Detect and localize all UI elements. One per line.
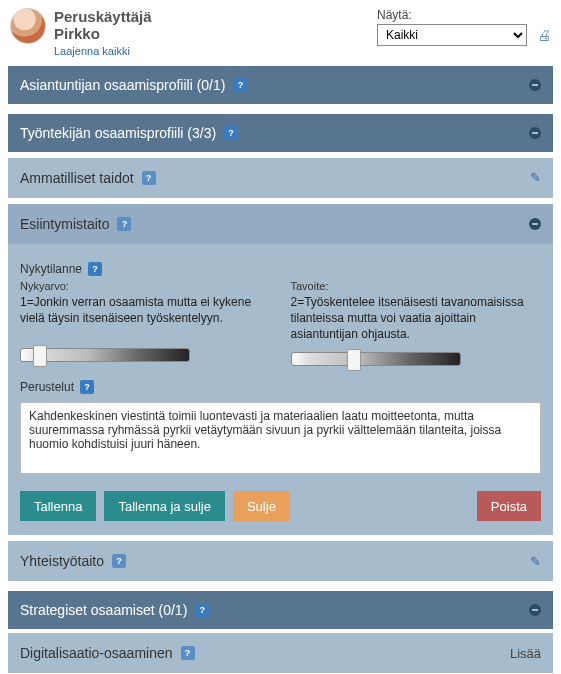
- target-slider[interactable]: [291, 352, 461, 366]
- edit-icon[interactable]: ✎: [530, 554, 541, 569]
- section-cooperation-title: Yhteistyötaito: [20, 553, 104, 569]
- collapse-icon[interactable]: [529, 79, 541, 91]
- section-strategic-title: Strategiset osaamiset (0/1): [20, 602, 187, 618]
- delete-button[interactable]: Poista: [477, 491, 541, 521]
- target-column: Tavoite: 2=Työskentelee itsenäisesti tav…: [291, 280, 542, 367]
- print-icon[interactable]: 🖨: [537, 27, 551, 43]
- filter-block: Näytä: Kaikki 🖨: [377, 8, 551, 46]
- expand-all-link[interactable]: Laajenna kaikki: [54, 45, 130, 57]
- help-icon[interactable]: ?: [224, 126, 238, 140]
- section-presentation-title: Esiintymistaito: [20, 216, 109, 232]
- edit-icon[interactable]: ✎: [530, 170, 541, 185]
- section-employee-title: Työntekijän osaamisprofiili (3/3): [20, 125, 216, 141]
- add-link[interactable]: Lisää: [510, 646, 541, 661]
- collapse-icon[interactable]: [529, 604, 541, 616]
- justification-label: Perustelut ?: [20, 380, 541, 394]
- section-prof-skills-title: Ammatilliset taidot: [20, 170, 134, 186]
- current-slider[interactable]: [20, 348, 190, 362]
- target-desc: 2=Työskentelee itsenäisesti tavanomaisis…: [291, 294, 542, 343]
- section-professional-skills[interactable]: Ammatilliset taidot ? ✎: [8, 158, 553, 198]
- section-digital[interactable]: Digitalisaatio-osaaminen ? Lisää: [8, 633, 553, 673]
- help-icon[interactable]: ?: [112, 554, 126, 568]
- help-icon[interactable]: ?: [117, 217, 131, 231]
- current-label: Nykyarvo:: [20, 280, 271, 292]
- current-column: Nykyarvo: 1=Jonkin verran osaamista mutt…: [20, 280, 271, 367]
- target-label: Tavoite:: [291, 280, 542, 292]
- slider-thumb[interactable]: [33, 345, 47, 367]
- user-name-line1: Peruskäyttäjä: [54, 8, 377, 25]
- filter-label: Näytä:: [377, 8, 412, 22]
- user-name-line2: Pirkko: [54, 25, 377, 42]
- current-heading: Nykytilanne ?: [20, 262, 541, 276]
- help-icon[interactable]: ?: [195, 603, 209, 617]
- user-block: Peruskäyttäjä Pirkko Laajenna kaikki: [54, 8, 377, 58]
- help-icon[interactable]: ?: [181, 646, 195, 660]
- presentation-panel: Nykytilanne ? Nykyarvo: 1=Jonkin verran …: [8, 244, 553, 536]
- section-employee-profile[interactable]: Työntekijän osaamisprofiili (3/3) ?: [8, 114, 553, 152]
- section-expert-profile[interactable]: Asiantuntijan osaamisprofiili (0/1) ?: [8, 66, 553, 104]
- slider-thumb[interactable]: [347, 349, 361, 371]
- save-button[interactable]: Tallenna: [20, 491, 96, 521]
- help-icon[interactable]: ?: [142, 171, 156, 185]
- help-icon[interactable]: ?: [233, 78, 247, 92]
- help-icon[interactable]: ?: [88, 262, 102, 276]
- close-button[interactable]: Sulje: [233, 491, 290, 521]
- justification-textarea[interactable]: Kahdenkeskinen viestintä toimii luonteva…: [20, 402, 541, 474]
- section-strategic[interactable]: Strategiset osaamiset (0/1) ?: [8, 591, 553, 629]
- section-presentation[interactable]: Esiintymistaito ?: [8, 204, 553, 244]
- section-digital-title: Digitalisaatio-osaaminen: [20, 645, 173, 661]
- section-expert-title: Asiantuntijan osaamisprofiili (0/1): [20, 77, 225, 93]
- collapse-icon[interactable]: [529, 127, 541, 139]
- page-header: Peruskäyttäjä Pirkko Laajenna kaikki Näy…: [0, 0, 561, 62]
- save-close-button[interactable]: Tallenna ja sulje: [104, 491, 225, 521]
- help-icon[interactable]: ?: [80, 380, 94, 394]
- filter-select[interactable]: Kaikki: [377, 24, 527, 46]
- collapse-icon[interactable]: [529, 218, 541, 230]
- current-desc: 1=Jonkin verran osaamista mutta ei kyken…: [20, 294, 271, 338]
- button-row: Tallenna Tallenna ja sulje Sulje Poista: [20, 491, 541, 521]
- avatar: [10, 8, 46, 44]
- section-cooperation[interactable]: Yhteistyötaito ? ✎: [8, 541, 553, 581]
